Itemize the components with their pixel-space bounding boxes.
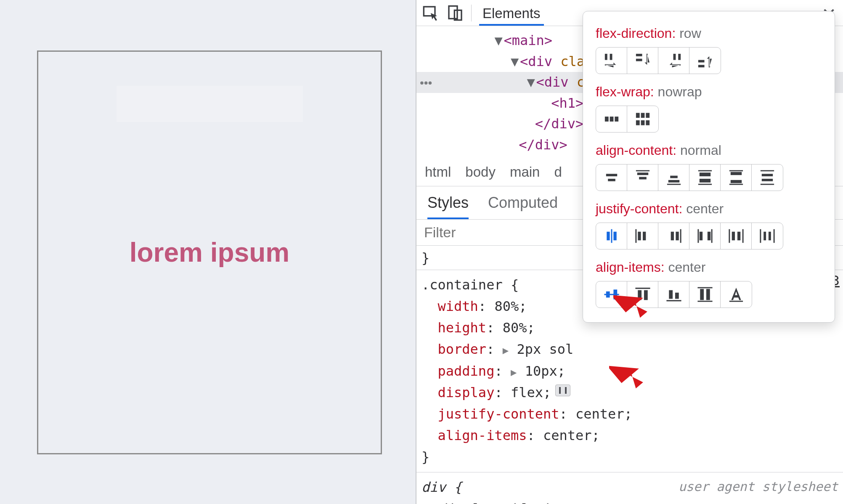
- tab-computed[interactable]: Computed: [488, 194, 558, 219]
- svg-rect-20: [606, 174, 617, 176]
- svg-rect-5: [636, 54, 642, 56]
- svg-rect-17: [636, 120, 640, 125]
- svg-rect-16: [646, 113, 649, 118]
- svg-rect-23: [637, 172, 648, 175]
- svg-rect-9: [698, 60, 705, 63]
- devtools-panel: ✕ Elements ▼<main> ▼<div class=" ▼<div c…: [416, 0, 843, 504]
- svg-rect-12: [610, 117, 613, 122]
- popup-justify-content-title: justify-content: center: [596, 201, 822, 217]
- svg-rect-50: [699, 232, 702, 241]
- svg-rect-51: [707, 232, 710, 241]
- jc-space-around-icon[interactable]: [721, 223, 752, 249]
- crumb-body[interactable]: body: [465, 164, 496, 180]
- jc-flex-start-icon[interactable]: [627, 223, 658, 249]
- jc-space-evenly-icon[interactable]: [752, 223, 783, 249]
- svg-rect-45: [643, 232, 646, 241]
- svg-rect-10: [698, 65, 705, 67]
- svg-rect-30: [699, 179, 710, 183]
- flex-editor-badge[interactable]: [555, 385, 570, 396]
- svg-rect-46: [671, 232, 673, 241]
- ai-flex-end-icon[interactable]: [658, 281, 689, 308]
- fd-column-icon[interactable]: [627, 48, 658, 74]
- svg-rect-66: [644, 290, 647, 300]
- heading-lorem: lorem ipsum: [130, 237, 290, 268]
- svg-rect-44: [638, 232, 641, 241]
- svg-rect-8: [678, 54, 681, 60]
- svg-rect-34: [730, 180, 741, 183]
- ai-center-icon[interactable]: [596, 281, 627, 308]
- svg-rect-55: [737, 232, 740, 241]
- fd-column-reverse-icon[interactable]: [689, 48, 721, 74]
- svg-rect-67: [669, 290, 673, 299]
- fw-wrap-icon[interactable]: [627, 106, 658, 132]
- svg-rect-3: [604, 54, 607, 60]
- svg-rect-29: [699, 172, 710, 176]
- popup-align-items-title: align-items: center: [596, 260, 822, 275]
- fw-nowrap-icon[interactable]: [596, 106, 627, 132]
- crumb-main[interactable]: main: [510, 164, 540, 180]
- ai-flex-start-icon[interactable]: [627, 281, 658, 308]
- jc-flex-end-icon[interactable]: [658, 223, 689, 249]
- ai-baseline-icon[interactable]: [721, 281, 752, 308]
- svg-rect-54: [732, 232, 734, 241]
- svg-rect-6: [636, 59, 642, 61]
- crumb-html[interactable]: html: [425, 164, 451, 180]
- jc-center-icon[interactable]: [596, 223, 627, 249]
- svg-rect-4: [610, 54, 612, 60]
- svg-rect-38: [762, 179, 773, 181]
- svg-rect-14: [636, 113, 640, 118]
- tab-styles[interactable]: Styles: [427, 194, 469, 219]
- ac-space-around-icon[interactable]: [752, 164, 783, 191]
- svg-rect-25: [670, 176, 678, 178]
- svg-rect-18: [641, 120, 645, 125]
- ua-stylesheet-label: user agent stylesheet: [679, 477, 838, 497]
- svg-rect-13: [615, 117, 618, 122]
- svg-rect-21: [608, 179, 615, 181]
- jc-space-between-icon[interactable]: [689, 223, 721, 249]
- svg-rect-68: [675, 293, 679, 299]
- popup-align-content-title: align-content: normal: [596, 143, 822, 158]
- inspect-element-icon[interactable]: [422, 5, 439, 21]
- flexbox-editor-popup: flex-direction: row flex-wrap: nowrap: [583, 11, 835, 323]
- container-box: lorem ipsum: [37, 50, 382, 454]
- svg-rect-11: [604, 117, 608, 122]
- tab-elements[interactable]: Elements: [479, 0, 544, 26]
- ac-space-between-icon[interactable]: [721, 164, 752, 191]
- svg-rect-1: [449, 6, 457, 19]
- popup-flex-direction-title: flex-direction: row: [596, 26, 822, 41]
- device-toggle-icon[interactable]: [447, 5, 464, 21]
- svg-rect-37: [762, 174, 773, 176]
- svg-rect-19: [646, 120, 649, 125]
- popup-flex-wrap-title: flex-wrap: nowrap: [596, 84, 822, 100]
- css-rule-ua-div[interactable]: user agent stylesheet div { display: blo…: [416, 472, 843, 504]
- svg-rect-15: [641, 113, 645, 118]
- page-preview-pane: lorem ipsum: [0, 0, 416, 504]
- svg-rect-7: [673, 54, 676, 60]
- ac-flex-start-icon[interactable]: [627, 164, 658, 191]
- svg-rect-33: [730, 172, 741, 175]
- crumb-div[interactable]: d: [554, 164, 562, 180]
- svg-rect-71: [700, 289, 704, 300]
- ac-stretch-icon[interactable]: [689, 164, 721, 191]
- svg-rect-65: [638, 290, 642, 300]
- svg-rect-59: [769, 232, 771, 241]
- toolbar-separator: [471, 5, 472, 21]
- svg-rect-72: [706, 289, 710, 300]
- svg-rect-63: [613, 289, 617, 299]
- fd-row-icon[interactable]: [596, 48, 627, 74]
- ac-flex-end-icon[interactable]: [658, 164, 689, 191]
- ac-center-icon[interactable]: [596, 164, 627, 191]
- svg-rect-47: [676, 232, 679, 241]
- svg-rect-42: [613, 232, 616, 241]
- svg-rect-26: [668, 180, 679, 183]
- svg-rect-58: [763, 232, 766, 241]
- ai-stretch-icon[interactable]: [689, 281, 721, 308]
- svg-rect-24: [639, 177, 647, 180]
- fd-row-reverse-icon[interactable]: [658, 48, 689, 74]
- svg-rect-40: [607, 232, 610, 241]
